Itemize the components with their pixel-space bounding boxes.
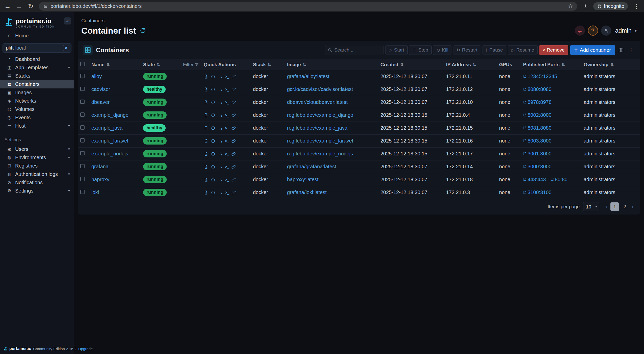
sidebar-item-volumes[interactable]: ◎ Volumes ▾ [0,105,74,113]
sort-icon[interactable]: ⇅ [473,63,476,67]
stats-icon[interactable] [218,87,222,92]
container-name-link[interactable]: example_java [91,125,122,131]
pager-next-icon[interactable]: › [631,203,635,210]
row-checkbox[interactable] [80,151,85,155]
container-name-link[interactable]: cadvisor [91,86,110,92]
container-name-link[interactable]: grafana [91,164,109,169]
sort-icon[interactable]: ⇅ [303,63,306,67]
resume-button[interactable]: ▷ Resume [508,45,538,55]
address-bar[interactable]: portainer.lebo.dev/#!/1/docker/container… [39,2,577,11]
sidebar-item-stacks[interactable]: ▤ Stacks ▾ [0,72,74,80]
sidebar-collapse-button[interactable]: « [64,17,71,25]
container-name-link[interactable]: loki [91,190,99,195]
row-checkbox[interactable] [80,100,85,104]
logs-icon[interactable] [204,100,208,105]
image-link[interactable]: dbeaver/cloudbeaver:latest [287,99,348,105]
sidebar-item-settings[interactable]: ⚙ Settings ▾ [0,187,74,195]
inspect-icon[interactable] [211,74,215,79]
user-menu[interactable]: admin [615,27,632,34]
published-port-link[interactable]: 3000:3000 [523,164,552,170]
console-icon[interactable]: >_ [225,139,229,143]
console-icon[interactable]: >_ [225,190,229,195]
image-link[interactable]: reg.lebo.dev/example_laravel [287,138,353,144]
sidebar-item-environments[interactable]: ◍ Environments ▾ [0,153,74,162]
sort-icon[interactable]: ⇅ [157,62,160,67]
logs-icon[interactable] [204,152,208,156]
stats-icon[interactable] [218,74,222,79]
stats-icon[interactable] [218,164,222,169]
inspect-icon[interactable] [211,190,215,195]
sort-icon[interactable]: ⇅ [610,63,613,67]
published-port-link[interactable]: 3001:3000 [523,151,552,157]
logs-icon[interactable] [204,126,208,130]
logs-icon[interactable] [204,139,208,143]
sidebar-item-authentication-logs[interactable]: ▥ Authentication logs ▾ [0,170,74,178]
console-icon[interactable]: >_ [225,177,229,182]
published-port-link[interactable]: 12345:12345 [523,74,557,79]
stats-icon[interactable] [218,177,222,182]
console-icon[interactable]: >_ [225,164,229,169]
sidebar-item-users[interactable]: ◉ Users ▾ [0,145,74,153]
column-header-created[interactable]: Created⇅ [378,59,444,70]
row-checkbox[interactable] [80,177,85,181]
attach-icon[interactable] [231,177,236,182]
stats-icon[interactable] [218,139,222,143]
console-icon[interactable]: >_ [225,87,229,92]
row-checkbox[interactable] [80,87,85,91]
attach-icon[interactable] [231,139,236,143]
stats-icon[interactable] [218,100,222,105]
published-port-link[interactable]: 443:443 [523,177,546,182]
attach-icon[interactable] [231,87,236,92]
row-checkbox[interactable] [80,138,85,143]
published-port-link[interactable]: 8978:8978 [523,99,552,105]
container-name-link[interactable]: example_laravel [91,138,128,144]
inspect-icon[interactable] [211,100,215,105]
search-input[interactable] [334,47,381,53]
stats-icon[interactable] [218,126,222,130]
page-button-1[interactable]: 1 [610,202,619,211]
inspect-icon[interactable] [211,177,215,182]
select-all-checkbox[interactable] [80,62,85,66]
logs-icon[interactable] [204,113,208,117]
published-port-link[interactable]: 8081:8080 [523,125,552,131]
console-icon[interactable]: >_ [225,100,229,105]
attach-icon[interactable] [231,126,236,130]
sort-icon[interactable]: ⇅ [106,63,110,67]
image-link[interactable]: reg.lebo.dev/example_django [287,112,353,118]
console-icon[interactable]: >_ [225,126,229,130]
container-name-link[interactable]: haproxy [91,177,109,182]
inspect-icon[interactable] [211,87,215,92]
published-port-link[interactable]: 8003:8000 [523,138,552,144]
stop-button[interactable]: ▢ Stop [409,45,432,55]
console-icon[interactable]: >_ [225,152,229,156]
inspect-icon[interactable] [211,113,215,117]
image-link[interactable]: reg.lebo.dev/example_java [287,125,347,131]
image-link[interactable]: haproxy:latest [287,177,319,182]
column-header-stack[interactable]: Stack⇅ [250,59,285,70]
stats-icon[interactable] [218,113,222,117]
inspect-icon[interactable] [211,164,215,169]
bookmark-star-icon[interactable]: ☆ [568,3,573,10]
row-checkbox[interactable] [80,190,85,194]
forward-icon[interactable]: → [16,3,23,10]
add-container-button[interactable]: + Add container [570,45,615,55]
container-name-link[interactable]: dbeaver [91,99,110,105]
logs-icon[interactable] [204,190,208,195]
attach-icon[interactable] [231,190,236,195]
container-name-link[interactable]: alloy [91,74,102,79]
published-port-link[interactable]: 8080:8080 [523,86,552,92]
attach-icon[interactable] [231,164,236,169]
container-name-link[interactable]: example_nodejs [91,151,128,156]
inspect-icon[interactable] [211,139,215,143]
attach-icon[interactable] [231,152,236,156]
environment-close-icon[interactable]: ✕ [63,45,69,51]
row-checkbox[interactable] [80,112,85,117]
sidebar-item-registries[interactable]: ⊡ Registries ▾ [0,162,74,170]
row-checkbox[interactable] [80,164,85,168]
pager-prev-icon[interactable]: ‹ [605,203,609,210]
column-header-image[interactable]: Image⇅ [285,59,378,70]
logs-icon[interactable] [204,87,208,92]
image-link[interactable]: gcr.io/cadvisor/cadvisor:latest [287,86,353,92]
stats-icon[interactable] [218,190,222,195]
image-link[interactable]: reg.lebo.dev/example_nodejs [287,151,353,156]
